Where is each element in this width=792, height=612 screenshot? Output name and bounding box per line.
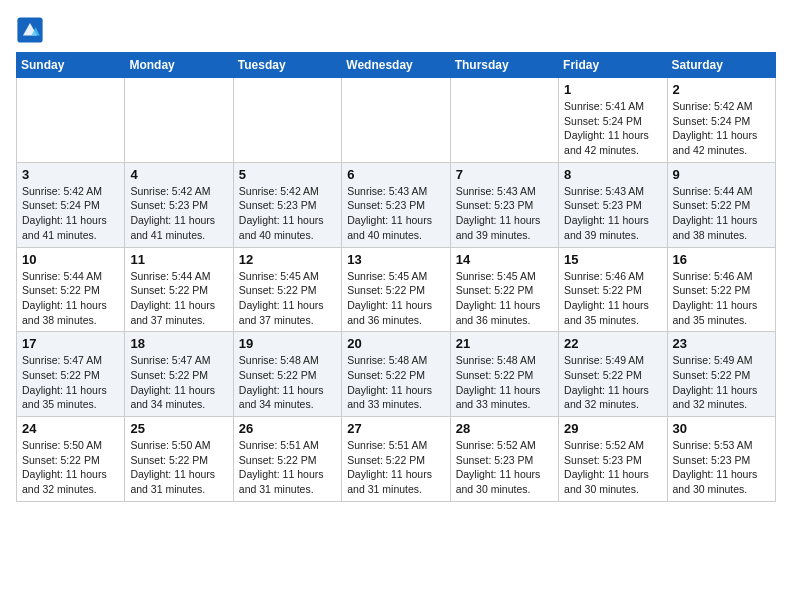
day-info: Sunrise: 5:44 AM Sunset: 5:22 PM Dayligh… bbox=[130, 269, 227, 328]
calendar-cell bbox=[450, 78, 558, 163]
calendar-cell: 28Sunrise: 5:52 AM Sunset: 5:23 PM Dayli… bbox=[450, 417, 558, 502]
weekday-header: Monday bbox=[125, 53, 233, 78]
calendar-cell bbox=[342, 78, 450, 163]
calendar-cell: 27Sunrise: 5:51 AM Sunset: 5:22 PM Dayli… bbox=[342, 417, 450, 502]
day-info: Sunrise: 5:51 AM Sunset: 5:22 PM Dayligh… bbox=[347, 438, 444, 497]
day-number: 25 bbox=[130, 421, 227, 436]
day-info: Sunrise: 5:44 AM Sunset: 5:22 PM Dayligh… bbox=[673, 184, 770, 243]
calendar-cell: 5Sunrise: 5:42 AM Sunset: 5:23 PM Daylig… bbox=[233, 162, 341, 247]
calendar-cell: 3Sunrise: 5:42 AM Sunset: 5:24 PM Daylig… bbox=[17, 162, 125, 247]
calendar-week: 17Sunrise: 5:47 AM Sunset: 5:22 PM Dayli… bbox=[17, 332, 776, 417]
calendar-body: 1Sunrise: 5:41 AM Sunset: 5:24 PM Daylig… bbox=[17, 78, 776, 502]
day-number: 17 bbox=[22, 336, 119, 351]
day-number: 15 bbox=[564, 252, 661, 267]
weekday-header: Saturday bbox=[667, 53, 775, 78]
day-info: Sunrise: 5:50 AM Sunset: 5:22 PM Dayligh… bbox=[22, 438, 119, 497]
calendar-cell bbox=[233, 78, 341, 163]
calendar-cell: 20Sunrise: 5:48 AM Sunset: 5:22 PM Dayli… bbox=[342, 332, 450, 417]
calendar-header: SundayMondayTuesdayWednesdayThursdayFrid… bbox=[17, 53, 776, 78]
weekday-header: Tuesday bbox=[233, 53, 341, 78]
day-number: 8 bbox=[564, 167, 661, 182]
day-number: 19 bbox=[239, 336, 336, 351]
calendar-cell: 15Sunrise: 5:46 AM Sunset: 5:22 PM Dayli… bbox=[559, 247, 667, 332]
day-info: Sunrise: 5:49 AM Sunset: 5:22 PM Dayligh… bbox=[564, 353, 661, 412]
day-number: 23 bbox=[673, 336, 770, 351]
day-info: Sunrise: 5:53 AM Sunset: 5:23 PM Dayligh… bbox=[673, 438, 770, 497]
day-info: Sunrise: 5:49 AM Sunset: 5:22 PM Dayligh… bbox=[673, 353, 770, 412]
calendar-cell: 1Sunrise: 5:41 AM Sunset: 5:24 PM Daylig… bbox=[559, 78, 667, 163]
day-number: 26 bbox=[239, 421, 336, 436]
day-number: 3 bbox=[22, 167, 119, 182]
calendar-cell bbox=[125, 78, 233, 163]
day-info: Sunrise: 5:45 AM Sunset: 5:22 PM Dayligh… bbox=[239, 269, 336, 328]
day-info: Sunrise: 5:52 AM Sunset: 5:23 PM Dayligh… bbox=[456, 438, 553, 497]
day-info: Sunrise: 5:47 AM Sunset: 5:22 PM Dayligh… bbox=[22, 353, 119, 412]
day-number: 10 bbox=[22, 252, 119, 267]
day-number: 13 bbox=[347, 252, 444, 267]
calendar-cell: 8Sunrise: 5:43 AM Sunset: 5:23 PM Daylig… bbox=[559, 162, 667, 247]
day-info: Sunrise: 5:44 AM Sunset: 5:22 PM Dayligh… bbox=[22, 269, 119, 328]
day-info: Sunrise: 5:42 AM Sunset: 5:24 PM Dayligh… bbox=[673, 99, 770, 158]
day-info: Sunrise: 5:46 AM Sunset: 5:22 PM Dayligh… bbox=[564, 269, 661, 328]
day-number: 16 bbox=[673, 252, 770, 267]
calendar-cell: 6Sunrise: 5:43 AM Sunset: 5:23 PM Daylig… bbox=[342, 162, 450, 247]
day-info: Sunrise: 5:52 AM Sunset: 5:23 PM Dayligh… bbox=[564, 438, 661, 497]
day-number: 27 bbox=[347, 421, 444, 436]
day-number: 30 bbox=[673, 421, 770, 436]
day-number: 6 bbox=[347, 167, 444, 182]
day-info: Sunrise: 5:48 AM Sunset: 5:22 PM Dayligh… bbox=[347, 353, 444, 412]
day-info: Sunrise: 5:46 AM Sunset: 5:22 PM Dayligh… bbox=[673, 269, 770, 328]
day-number: 11 bbox=[130, 252, 227, 267]
page-header bbox=[16, 16, 776, 44]
calendar-cell: 25Sunrise: 5:50 AM Sunset: 5:22 PM Dayli… bbox=[125, 417, 233, 502]
day-number: 1 bbox=[564, 82, 661, 97]
calendar-cell: 26Sunrise: 5:51 AM Sunset: 5:22 PM Dayli… bbox=[233, 417, 341, 502]
day-info: Sunrise: 5:48 AM Sunset: 5:22 PM Dayligh… bbox=[239, 353, 336, 412]
day-info: Sunrise: 5:41 AM Sunset: 5:24 PM Dayligh… bbox=[564, 99, 661, 158]
calendar-cell: 2Sunrise: 5:42 AM Sunset: 5:24 PM Daylig… bbox=[667, 78, 775, 163]
calendar-week: 1Sunrise: 5:41 AM Sunset: 5:24 PM Daylig… bbox=[17, 78, 776, 163]
calendar-week: 3Sunrise: 5:42 AM Sunset: 5:24 PM Daylig… bbox=[17, 162, 776, 247]
day-number: 7 bbox=[456, 167, 553, 182]
calendar-cell: 14Sunrise: 5:45 AM Sunset: 5:22 PM Dayli… bbox=[450, 247, 558, 332]
logo-icon bbox=[16, 16, 44, 44]
calendar-cell: 4Sunrise: 5:42 AM Sunset: 5:23 PM Daylig… bbox=[125, 162, 233, 247]
day-number: 22 bbox=[564, 336, 661, 351]
calendar-cell bbox=[17, 78, 125, 163]
weekday-header: Friday bbox=[559, 53, 667, 78]
calendar-week: 10Sunrise: 5:44 AM Sunset: 5:22 PM Dayli… bbox=[17, 247, 776, 332]
day-info: Sunrise: 5:43 AM Sunset: 5:23 PM Dayligh… bbox=[456, 184, 553, 243]
day-number: 20 bbox=[347, 336, 444, 351]
weekday-header: Wednesday bbox=[342, 53, 450, 78]
calendar-cell: 29Sunrise: 5:52 AM Sunset: 5:23 PM Dayli… bbox=[559, 417, 667, 502]
day-number: 4 bbox=[130, 167, 227, 182]
day-info: Sunrise: 5:51 AM Sunset: 5:22 PM Dayligh… bbox=[239, 438, 336, 497]
calendar-cell: 22Sunrise: 5:49 AM Sunset: 5:22 PM Dayli… bbox=[559, 332, 667, 417]
day-info: Sunrise: 5:45 AM Sunset: 5:22 PM Dayligh… bbox=[347, 269, 444, 328]
day-number: 12 bbox=[239, 252, 336, 267]
day-number: 14 bbox=[456, 252, 553, 267]
day-number: 24 bbox=[22, 421, 119, 436]
day-info: Sunrise: 5:42 AM Sunset: 5:24 PM Dayligh… bbox=[22, 184, 119, 243]
day-info: Sunrise: 5:42 AM Sunset: 5:23 PM Dayligh… bbox=[130, 184, 227, 243]
day-number: 2 bbox=[673, 82, 770, 97]
calendar-cell: 21Sunrise: 5:48 AM Sunset: 5:22 PM Dayli… bbox=[450, 332, 558, 417]
day-info: Sunrise: 5:43 AM Sunset: 5:23 PM Dayligh… bbox=[347, 184, 444, 243]
day-number: 28 bbox=[456, 421, 553, 436]
calendar-cell: 12Sunrise: 5:45 AM Sunset: 5:22 PM Dayli… bbox=[233, 247, 341, 332]
calendar-cell: 30Sunrise: 5:53 AM Sunset: 5:23 PM Dayli… bbox=[667, 417, 775, 502]
calendar-cell: 7Sunrise: 5:43 AM Sunset: 5:23 PM Daylig… bbox=[450, 162, 558, 247]
day-info: Sunrise: 5:48 AM Sunset: 5:22 PM Dayligh… bbox=[456, 353, 553, 412]
calendar-cell: 10Sunrise: 5:44 AM Sunset: 5:22 PM Dayli… bbox=[17, 247, 125, 332]
day-number: 21 bbox=[456, 336, 553, 351]
day-number: 29 bbox=[564, 421, 661, 436]
calendar-cell: 18Sunrise: 5:47 AM Sunset: 5:22 PM Dayli… bbox=[125, 332, 233, 417]
calendar-cell: 11Sunrise: 5:44 AM Sunset: 5:22 PM Dayli… bbox=[125, 247, 233, 332]
day-info: Sunrise: 5:42 AM Sunset: 5:23 PM Dayligh… bbox=[239, 184, 336, 243]
day-number: 9 bbox=[673, 167, 770, 182]
day-info: Sunrise: 5:47 AM Sunset: 5:22 PM Dayligh… bbox=[130, 353, 227, 412]
calendar-cell: 16Sunrise: 5:46 AM Sunset: 5:22 PM Dayli… bbox=[667, 247, 775, 332]
day-number: 18 bbox=[130, 336, 227, 351]
calendar-cell: 13Sunrise: 5:45 AM Sunset: 5:22 PM Dayli… bbox=[342, 247, 450, 332]
calendar-cell: 17Sunrise: 5:47 AM Sunset: 5:22 PM Dayli… bbox=[17, 332, 125, 417]
